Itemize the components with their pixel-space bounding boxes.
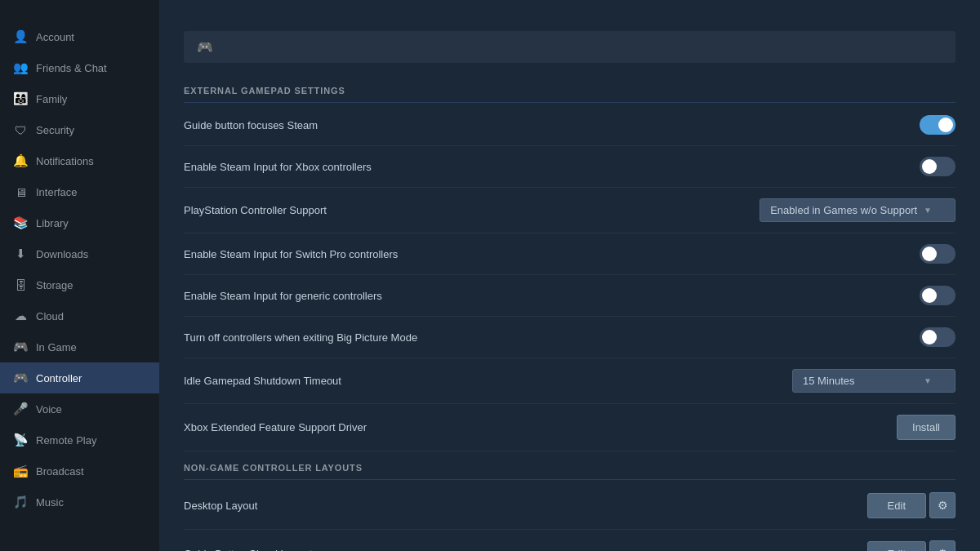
sidebar-item-family[interactable]: 👨‍👩‍👧Family [0, 83, 159, 114]
generic-controllers-toggle-track[interactable] [920, 286, 956, 305]
security-label: Security [36, 124, 146, 136]
guide-chord-label: Guide Button Chord Layout [184, 548, 851, 552]
family-icon: 👨‍👩‍👧 [13, 91, 28, 106]
xbox-driver-label: Xbox Extended Feature Support Driver [184, 421, 880, 433]
interface-icon: 🖥 [13, 184, 28, 199]
big-picture-toggle[interactable] [920, 327, 956, 347]
sidebar-item-interface[interactable]: 🖥Interface [0, 176, 159, 207]
guide-button-toggle-thumb [938, 118, 953, 132]
setting-row-playstation-support: PlayStation Controller SupportEnabled in… [184, 188, 956, 233]
guide-button-toggle-track[interactable] [920, 115, 956, 135]
voice-label: Voice [36, 403, 146, 415]
guide-chord-edit-button[interactable]: Edit [867, 541, 926, 552]
xbox-driver-button[interactable]: Install [897, 415, 956, 440]
xbox-input-toggle-thumb [922, 159, 937, 174]
sidebar-item-storage[interactable]: 🗄Storage [0, 269, 159, 300]
setting-row-switch-pro: Enable Steam Input for Switch Pro contro… [184, 233, 956, 275]
in-game-label: In Game [36, 341, 146, 353]
setting-row-xbox-input: Enable Steam Input for Xbox controllers [184, 146, 956, 188]
section-header-external-gamepad: EXTERNAL GAMEPAD SETTINGS [184, 81, 956, 103]
controller-label: Controller [36, 372, 146, 384]
switch-pro-toggle[interactable] [920, 244, 956, 264]
sidebar-item-security[interactable]: 🛡Security [0, 114, 159, 145]
cloud-label: Cloud [36, 310, 146, 322]
friends-chat-label: Friends & Chat [36, 62, 146, 74]
broadcast-label: Broadcast [36, 465, 146, 478]
downloads-label: Downloads [36, 248, 146, 260]
main-content: 🎮 EXTERNAL GAMEPAD SETTINGSGuide button … [159, 0, 980, 551]
security-icon: 🛡 [13, 122, 28, 137]
music-icon: 🎵 [13, 495, 28, 509]
guide-chord-gear-button[interactable]: ⚙ [929, 540, 956, 551]
remote-play-label: Remote Play [36, 434, 146, 447]
desktop-layout-edit-button[interactable]: Edit [867, 493, 926, 518]
switch-pro-label: Enable Steam Input for Switch Pro contro… [184, 248, 903, 260]
sidebar-item-cloud[interactable]: ☁Cloud [0, 300, 159, 331]
storage-label: Storage [36, 279, 146, 291]
guide-button-toggle[interactable] [920, 115, 956, 135]
playstation-support-dropdown[interactable]: Enabled in Games w/o Support▼ [760, 198, 956, 222]
setting-row-idle-timeout: Idle Gamepad Shutdown Timeout15 Minutes▼ [184, 358, 956, 404]
setting-row-desktop-layout: Desktop LayoutEdit⚙ [184, 482, 956, 530]
sidebar-item-notifications[interactable]: 🔔Notifications [0, 145, 159, 176]
switch-pro-toggle-track[interactable] [920, 244, 956, 264]
sidebar-item-downloads[interactable]: ⬇Downloads [0, 238, 159, 269]
friends-chat-icon: 👥 [13, 60, 28, 75]
sidebar-item-friends-chat[interactable]: 👥Friends & Chat [0, 52, 159, 83]
sidebar-item-music[interactable]: 🎵Music [0, 487, 159, 518]
generic-controllers-label: Enable Steam Input for generic controlle… [184, 290, 903, 302]
sidebar-item-in-game[interactable]: 🎮In Game [0, 331, 159, 362]
sidebar-item-remote-play[interactable]: 📡Remote Play [0, 424, 159, 455]
sidebar-item-controller[interactable]: 🎮Controller [0, 362, 159, 393]
playstation-support-dropdown-value: Enabled in Games w/o Support [770, 204, 917, 216]
sidebar-item-broadcast[interactable]: 📻Broadcast [0, 455, 159, 487]
xbox-input-toggle-track[interactable] [920, 157, 956, 176]
setting-row-guide-chord: Guide Button Chord LayoutEdit⚙ [184, 530, 956, 551]
setting-row-guide-button: Guide button focuses Steam [184, 104, 956, 146]
section-header-non-game-layouts: NON-GAME CONTROLLER LAYOUTS [184, 458, 956, 480]
idle-timeout-dropdown[interactable]: 15 Minutes▼ [792, 369, 956, 393]
big-picture-toggle-track[interactable] [920, 327, 956, 347]
switch-pro-toggle-thumb [922, 247, 937, 261]
broadcast-icon: 📻 [13, 464, 28, 478]
music-label: Music [36, 496, 146, 509]
generic-controllers-toggle[interactable] [920, 286, 956, 305]
interface-label: Interface [36, 186, 146, 198]
setting-row-big-picture: Turn off controllers when exiting Big Pi… [184, 317, 956, 358]
chevron-down-icon: ▼ [924, 206, 932, 215]
sidebar: 👤Account👥Friends & Chat👨‍👩‍👧Family🛡Secur… [0, 0, 159, 551]
sidebar-item-library[interactable]: 📚Library [0, 207, 159, 238]
xbox-input-label: Enable Steam Input for Xbox controllers [184, 161, 903, 173]
idle-timeout-dropdown-value: 15 Minutes [803, 375, 855, 387]
controller-icon: 🎮 [13, 371, 28, 385]
library-label: Library [36, 217, 146, 229]
chevron-down-icon: ▼ [924, 376, 932, 385]
downloads-icon: ⬇ [13, 247, 28, 261]
storage-icon: 🗄 [13, 278, 28, 292]
family-label: Family [36, 93, 146, 105]
gamepad-icon: 🎮 [197, 39, 213, 55]
sidebar-item-account[interactable]: 👤Account [0, 21, 159, 52]
sidebar-title [0, 0, 159, 21]
in-game-icon: 🎮 [13, 340, 28, 354]
playstation-support-label: PlayStation Controller Support [184, 204, 743, 216]
desktop-layout-gear-button[interactable]: ⚙ [929, 492, 956, 518]
setting-row-xbox-driver: Xbox Extended Feature Support DriverInst… [184, 404, 956, 451]
remote-play-icon: 📡 [13, 433, 28, 447]
setting-row-generic-controllers: Enable Steam Input for generic controlle… [184, 275, 956, 317]
notifications-icon: 🔔 [13, 153, 28, 168]
desktop-layout-label: Desktop Layout [184, 500, 851, 512]
account-label: Account [36, 31, 146, 43]
guide-button-label: Guide button focuses Steam [184, 119, 903, 131]
xbox-input-toggle[interactable] [920, 157, 956, 176]
guide-chord-actions: Edit⚙ [867, 540, 956, 551]
big-picture-label: Turn off controllers when exiting Big Pi… [184, 331, 903, 344]
voice-icon: 🎤 [13, 402, 28, 416]
big-picture-toggle-thumb [922, 330, 937, 344]
generic-controllers-toggle-thumb [922, 288, 937, 303]
cloud-icon: ☁ [13, 309, 28, 323]
sidebar-item-voice[interactable]: 🎤Voice [0, 393, 159, 424]
library-icon: 📚 [13, 216, 28, 230]
account-icon: 👤 [13, 29, 28, 44]
desktop-layout-actions: Edit⚙ [867, 492, 956, 518]
